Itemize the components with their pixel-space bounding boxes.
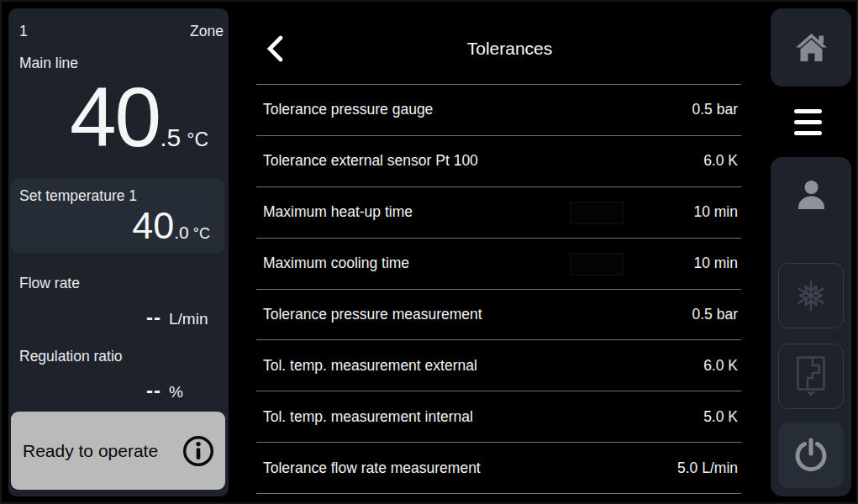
main-temp-int: 40: [70, 70, 160, 164]
power-icon: [792, 437, 829, 474]
sidebar-lower: [771, 157, 851, 496]
table-row[interactable]: Tolerance flow rate measurement 5.0 L/mi…: [256, 443, 741, 494]
row-value: 5.0 L/min: [677, 459, 738, 477]
set-temperature-value: 40.0°C: [19, 207, 213, 244]
status-label: Ready to operate: [23, 441, 158, 461]
sidebar: [771, 8, 851, 496]
row-value: 10 min: [693, 203, 738, 221]
table-row[interactable]: Tolerance pressure measurement 0.5 bar: [256, 290, 741, 341]
flow-rate-dash: --: [8, 306, 161, 329]
zone-panel: 1 Zone Main line 40.5°C Set temperature …: [8, 8, 229, 496]
main-temp-frac: .5: [160, 123, 181, 151]
snowflake-icon: [794, 279, 828, 312]
tolerances-page: Tolerances Tolerance pressure gauge 0.5 …: [256, 0, 741, 504]
table-row[interactable]: Tol. temp. measurement internal 5.0 K: [256, 391, 741, 443]
flow-rate-unit: L/min: [161, 310, 225, 328]
home-button[interactable]: [771, 8, 851, 87]
row-value: 0.5 bar: [692, 306, 738, 323]
set-temp-unit: °C: [193, 225, 210, 242]
row-value: 10 min: [693, 255, 738, 272]
tolerance-list: Tolerance pressure gauge 0.5 bar Toleran…: [256, 84, 741, 494]
main-temp-unit: °C: [187, 129, 208, 150]
row-label: Tolerance flow rate measurement: [263, 459, 481, 477]
user-icon: [797, 180, 825, 210]
menu-icon: [794, 109, 822, 135]
row-ghost: [570, 202, 624, 224]
cooling-button[interactable]: [778, 263, 844, 328]
row-label: Tolerance external sensor Pt 100: [263, 152, 478, 170]
row-label: Tolerance pressure measurement: [263, 306, 482, 323]
row-label: Maximum cooling time: [263, 255, 409, 272]
regulation-ratio-label: Regulation ratio: [19, 348, 218, 365]
zone-number: 1: [19, 23, 28, 40]
row-label: Tol. temp. measurement internal: [263, 408, 473, 426]
table-row[interactable]: Tol. temp. measurement external 6.0 K: [256, 340, 741, 391]
regulation-ratio-unit: %: [161, 383, 225, 402]
set-temperature-card[interactable]: Set temperature 1 40.0°C: [11, 179, 224, 253]
home-icon: [796, 34, 827, 62]
table-row[interactable]: Tolerance external sensor Pt 100 6.0 K: [256, 136, 741, 187]
status-button[interactable]: Ready to operate: [11, 412, 225, 490]
page-title: Tolerances: [278, 39, 741, 59]
table-row[interactable]: Maximum heat-up time 10 min: [256, 187, 741, 239]
info-icon: [182, 434, 215, 468]
set-temperature-label: Set temperature 1: [19, 187, 213, 205]
table-row[interactable]: Tolerance pressure gauge 0.5 bar: [256, 85, 741, 136]
set-temp-int: 40: [132, 204, 174, 247]
row-label: Maximum heat-up time: [263, 203, 413, 221]
row-value: 6.0 K: [703, 357, 738, 375]
table-row[interactable]: Maximum cooling time 10 min: [256, 239, 741, 290]
user-button[interactable]: [771, 157, 851, 233]
hmi-screen: 1 Zone Main line 40.5°C Set temperature …: [0, 0, 858, 504]
flow-rate-label: Flow rate: [19, 275, 218, 292]
set-temp-frac: .0: [174, 223, 189, 242]
row-ghost: [570, 253, 624, 276]
main-temperature: 40.5°C: [8, 77, 229, 157]
menu-button[interactable]: [764, 87, 851, 157]
row-value: 5.0 K: [703, 408, 738, 426]
flow-rate-value: -- L/min: [8, 306, 229, 329]
regulation-ratio-dash: --: [8, 379, 161, 402]
row-value: 6.0 K: [703, 152, 738, 170]
mold-drain-icon: [797, 356, 826, 396]
row-label: Tolerance pressure gauge: [263, 101, 433, 118]
row-label: Tol. temp. measurement external: [263, 357, 477, 375]
zone-header: 1 Zone: [8, 8, 229, 40]
mold-drain-button[interactable]: [778, 344, 844, 409]
regulation-ratio-value: -- %: [8, 379, 229, 402]
zone-label: Zone: [190, 23, 224, 40]
power-button[interactable]: [778, 423, 844, 488]
row-value: 0.5 bar: [692, 101, 738, 118]
